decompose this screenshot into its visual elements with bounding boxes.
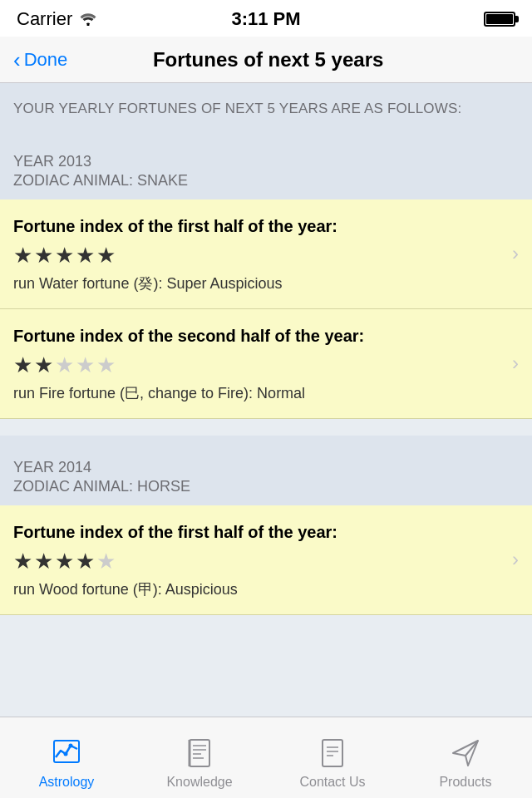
year-2013-label: YEAR 2013 [13, 153, 519, 170]
knowledge-tab-icon [181, 735, 218, 771]
knowledge-tab-label: Knowledge [166, 775, 232, 790]
status-bar: Carrier 3:11 PM [0, 0, 532, 37]
stars-2013-h1: ★★★★★ [13, 243, 504, 268]
astrology-tab-label: Astrology [39, 775, 95, 790]
svg-point-2 [69, 743, 73, 747]
fortune-2013-first-half[interactable]: Fortune index of the first half of the y… [0, 200, 532, 309]
zodiac-2013-label: ZODIAC ANIMAL: SNAKE [13, 172, 519, 190]
main-content: YOUR YEARLY FORTUNES OF NEXT 5 YEARS ARE… [0, 83, 532, 717]
chevron-right-icon: › [512, 242, 519, 265]
year-2013-header: YEAR 2013 ZODIAC ANIMAL: SNAKE [0, 130, 532, 200]
contact-us-tab-icon [314, 735, 351, 771]
page-title: Fortunes of next 5 years [17, 48, 519, 71]
fortune-2013-second-half[interactable]: Fortune index of the second half of the … [0, 309, 532, 419]
navigation-bar: ‹ Done Fortunes of next 5 years [0, 37, 532, 83]
status-time: 3:11 PM [231, 8, 300, 30]
astrology-tab-icon [48, 735, 85, 771]
intro-section: YOUR YEARLY FORTUNES OF NEXT 5 YEARS ARE… [0, 83, 532, 130]
zodiac-2014-label: ZODIAC ANIMAL: HORSE [13, 478, 519, 495]
svg-rect-10 [323, 740, 342, 766]
fortune-title-2013-h2: Fortune index of the second half of the … [13, 324, 504, 347]
carrier-text: Carrier [17, 8, 97, 30]
year-2014-header: YEAR 2014 ZODIAC ANIMAL: HORSE [0, 436, 532, 505]
svg-point-3 [64, 751, 68, 756]
year-2014-label: YEAR 2014 [13, 459, 519, 476]
year-2013-section: YEAR 2013 ZODIAC ANIMAL: SNAKE Fortune i… [0, 130, 532, 419]
fortune-title-2014-h1: Fortune index of the first half of the y… [13, 520, 504, 544]
stars-2013-h2: ★★★★★ [13, 352, 504, 378]
intro-text: YOUR YEARLY FORTUNES OF NEXT 5 YEARS ARE… [13, 98, 519, 120]
tab-contact-us[interactable]: Contact Us [266, 717, 399, 798]
contact-us-tab-label: Contact Us [299, 775, 365, 790]
products-tab-icon [447, 735, 484, 771]
stars-2014-h1: ★★★★★ [13, 549, 504, 574]
tab-astrology[interactable]: Astrology [0, 717, 133, 798]
year-2014-section: YEAR 2014 ZODIAC ANIMAL: HORSE Fortune i… [0, 436, 532, 615]
wifi-icon [79, 12, 97, 26]
fortune-desc-2013-h1: run Water fortune (癸): Super Auspicious [13, 273, 504, 293]
tab-knowledge[interactable]: Knowledge [133, 717, 266, 798]
svg-rect-4 [190, 740, 209, 766]
chevron-right-icon-3: › [512, 548, 519, 571]
fortune-2014-first-half[interactable]: Fortune index of the first half of the y… [0, 505, 532, 615]
fortune-desc-2013-h2: run Fire fortune (巳, change to Fire): No… [13, 383, 504, 403]
tab-products[interactable]: Products [399, 717, 532, 798]
section-gap-1 [0, 419, 532, 436]
fortune-desc-2014-h1: run Wood fortune (甲): Auspicious [13, 579, 504, 599]
chevron-right-icon-2: › [512, 352, 519, 375]
fortune-title-2013-h1: Fortune index of the first half of the y… [13, 214, 504, 238]
products-tab-label: Products [439, 775, 491, 790]
battery-indicator [484, 12, 515, 27]
tab-bar: Astrology Knowledge [0, 717, 532, 798]
